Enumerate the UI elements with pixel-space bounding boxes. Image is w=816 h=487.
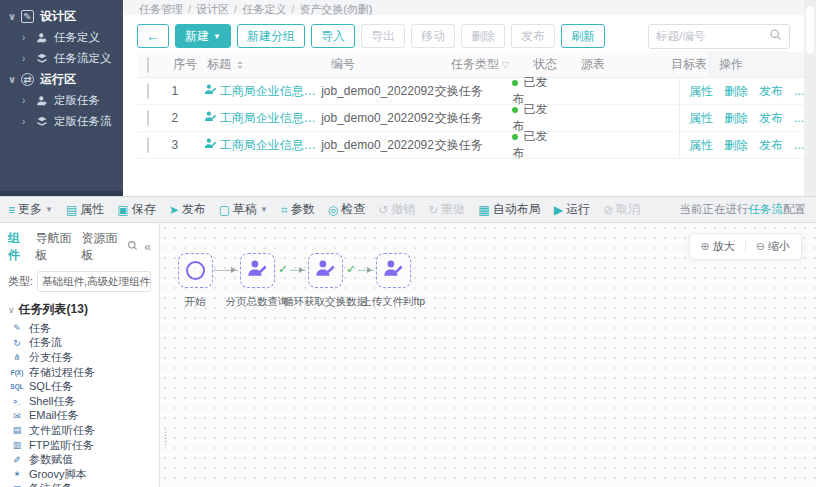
breadcrumb-item[interactable]: 设计区 (196, 3, 229, 15)
row-more-link[interactable]: ... (794, 138, 804, 152)
flow-node-start[interactable]: 开始 (176, 253, 214, 288)
breadcrumb-item[interactable]: 任务管理 (139, 3, 183, 15)
chevron-right-icon: › (22, 95, 34, 106)
scrollbar-track[interactable] (804, 0, 816, 196)
sidebar-item-released-taskflow[interactable]: › 定版任务流 (0, 111, 123, 132)
import-button[interactable]: 导入 (311, 24, 355, 48)
component-item-note[interactable]: ▨备注任务 (0, 482, 159, 487)
row-delete-link[interactable]: 删除 (724, 83, 748, 100)
more-button[interactable]: ≡更多▼ (8, 201, 53, 218)
component-item-email[interactable]: ✉EMail任务 (0, 409, 159, 424)
flow-canvas[interactable]: ⋮⋮⋮⋮ 开始 分页总数查询 ✓ 循环获取交换数据 (160, 223, 816, 487)
properties-button[interactable]: ▤属性 (66, 201, 104, 218)
panel-resize-handle[interactable]: ⋮⋮⋮⋮ (161, 431, 170, 443)
chevron-right-icon: › (22, 53, 34, 64)
component-item-param-assign[interactable]: ✐参数赋值 (0, 452, 159, 467)
tab-resource-panel[interactable]: 资源面板 (81, 230, 118, 264)
cancel-button[interactable]: ⊘取消 (603, 201, 640, 218)
search-input[interactable] (656, 30, 769, 42)
component-item-sql[interactable]: SQLSQL任务 (0, 379, 159, 394)
sort-icon[interactable] (237, 58, 243, 72)
row-checkbox[interactable] (147, 110, 149, 126)
flow-node-task[interactable]: 上传文件到ftp (374, 253, 412, 288)
table-row[interactable]: 2 工商局企业信息表_demo0_2... job_demo0_20220927… (137, 105, 804, 132)
params-button[interactable]: ⌗参数 (281, 201, 315, 218)
task-title-link[interactable]: 工商局企业信息表_demo0_2... (220, 137, 321, 154)
move-button[interactable]: 移动 (411, 24, 455, 48)
sidebar: ∨ ✎ 设计区 › 任务定义 › 任务流定义 ∨ ⇄ (0, 0, 123, 196)
row-delete-link[interactable]: 删除 (724, 110, 748, 127)
publish-button[interactable]: 发布 (511, 24, 555, 48)
export-button[interactable]: 导出 (361, 24, 405, 48)
row-more-link[interactable]: ... (794, 84, 804, 98)
row-checkbox[interactable] (147, 137, 149, 153)
new-group-button[interactable]: 新建分组 (237, 24, 305, 48)
row-checkbox[interactable] (147, 83, 149, 99)
tab-components[interactable]: 组件 (8, 230, 26, 264)
component-item-shell[interactable]: >_Shell任务 (0, 394, 159, 409)
caret-down-icon: ▼ (213, 32, 221, 41)
component-item-file-listen[interactable]: ▤文件监听任务 (0, 423, 159, 438)
sidebar-item-released-task[interactable]: › 定版任务 (0, 90, 123, 111)
refresh-button[interactable]: 刷新 (561, 24, 605, 48)
designer-body: 组件 导航面板 资源面板 « 类型: 基础组件,高级处理组件▼ ∨ 任务列表(1… (0, 223, 816, 487)
type-select[interactable]: 基础组件,高级处理组件▼ (37, 271, 151, 292)
row-publish-link[interactable]: 发布 (759, 83, 783, 100)
table-row[interactable]: 3 工商局企业信息表_demo0_2... job_demo0_20220927… (137, 132, 804, 159)
zoom-in-button[interactable]: ⊕放大 (701, 239, 735, 254)
publish-flow-button[interactable]: ➤发布 (169, 201, 206, 218)
undo-button[interactable]: ↺撤销 (378, 201, 415, 218)
delete-button[interactable]: 删除 (461, 24, 505, 48)
component-item-taskflow[interactable]: ↻任务流 (0, 336, 159, 351)
row-publish-link[interactable]: 发布 (759, 137, 783, 154)
task-list-header[interactable]: ∨ 任务列表(13) (0, 296, 159, 321)
row-attr-link[interactable]: 属性 (689, 137, 713, 154)
redo-button[interactable]: ↻重做 (428, 201, 465, 218)
select-all-checkbox[interactable] (147, 57, 149, 73)
search-icon[interactable] (127, 240, 138, 254)
row-attr-link[interactable]: 属性 (689, 83, 713, 100)
row-delete-link[interactable]: 删除 (724, 137, 748, 154)
auto-layout-button[interactable]: ▦自动布局 (478, 201, 540, 218)
status-dot (512, 134, 518, 140)
auto-layout-icon: ▦ (478, 203, 489, 217)
component-item-groovy[interactable]: ✶Groovy脚本 (0, 467, 159, 482)
table-row[interactable]: 1 工商局企业信息表_demo0_2... job_demo0_20220927… (137, 78, 804, 105)
filter-icon[interactable]: ▽ (502, 60, 509, 70)
component-item-task[interactable]: ✎任务 (0, 321, 159, 336)
search-icon[interactable] (769, 28, 782, 44)
flow-node-task[interactable]: 循环获取交换数据 (306, 253, 344, 288)
component-item-procedure[interactable]: F(X)存储过程任务 (0, 365, 159, 380)
tab-navigation-panel[interactable]: 导航面板 (35, 230, 72, 264)
check-button[interactable]: ◎检查 (328, 201, 365, 218)
panel-tabs: 组件 导航面板 资源面板 « (0, 223, 159, 269)
sidebar-section-run[interactable]: ∨ ⇄ 运行区 (0, 69, 123, 90)
scrollbar-thumb[interactable] (806, 6, 814, 54)
run-button[interactable]: ▶运行 (554, 201, 590, 218)
sidebar-item-taskflow-definition[interactable]: › 任务流定义 (0, 48, 123, 69)
task-title-link[interactable]: 工商局企业信息表_demo0_2... (220, 83, 321, 100)
row-more-link[interactable]: ... (794, 111, 804, 125)
component-item-branch[interactable]: ⋔分支任务 (0, 350, 159, 365)
branch-icon: ⋔ (10, 352, 24, 362)
new-button[interactable]: 新建▼ (175, 24, 231, 48)
sidebar-item-task-definition[interactable]: › 任务定义 (0, 27, 123, 48)
breadcrumb-item[interactable]: 任务定义 (242, 3, 286, 15)
save-button[interactable]: ▣保存 (117, 201, 155, 218)
task-list-card: ← 新建▼ 新建分组 导入 导出 移动 删除 发布 刷新 (123, 15, 804, 196)
sidebar-section-design[interactable]: ∨ ✎ 设计区 (0, 6, 123, 27)
back-button[interactable]: ← (137, 24, 169, 48)
draft-button[interactable]: ▢草稿▼ (219, 201, 268, 218)
layers-icon (34, 53, 49, 65)
start-circle-icon (186, 261, 205, 280)
row-attr-link[interactable]: 属性 (689, 110, 713, 127)
row-publish-link[interactable]: 发布 (759, 110, 783, 127)
collapse-panel-icon[interactable]: « (144, 240, 151, 254)
flow-node-task[interactable]: 分页总数查询 (238, 253, 276, 288)
zoom-out-button[interactable]: ⊖缩小 (756, 239, 790, 254)
component-item-ftp-listen[interactable]: ▥FTP监听任务 (0, 438, 159, 453)
redo-icon: ↻ (428, 203, 438, 217)
task-list-section: ∨ ✎ 设计区 › 任务定义 › 任务流定义 ∨ ⇄ (0, 0, 816, 196)
task-title-link[interactable]: 工商局企业信息表_demo0_2... (220, 110, 321, 127)
zoom-in-icon: ⊕ (701, 240, 710, 252)
